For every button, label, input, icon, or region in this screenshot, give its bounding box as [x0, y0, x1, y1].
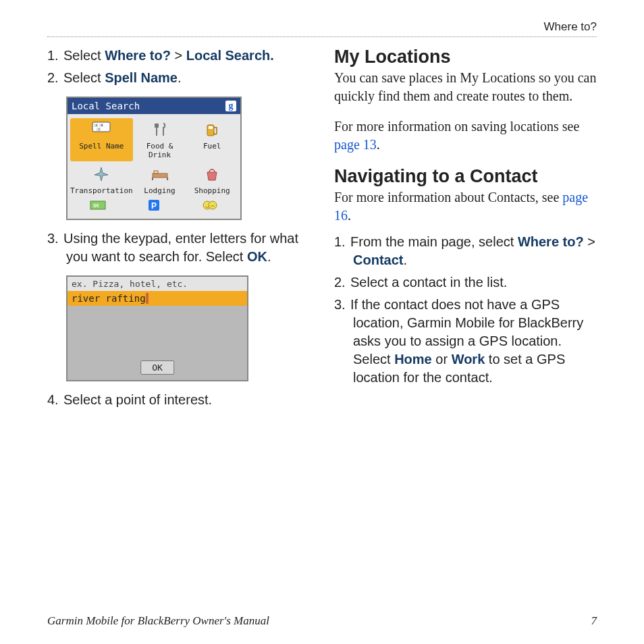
plane-icon [90, 165, 113, 183]
food-icon [149, 121, 171, 138]
nav-step-1: 1.From the main page, select Where to? >… [334, 233, 597, 269]
heading-nav-contact: Navigating to a Contact [334, 166, 597, 187]
parking-icon: P [142, 198, 165, 212]
step-3: 3.Using the keypad, enter letters for wh… [47, 230, 310, 266]
step-4: 4.Select a point of interest. [47, 391, 310, 409]
money-icon: $€ [86, 198, 109, 212]
grid-food-drink: Food & Drink [134, 118, 186, 161]
grid-spell-name: ABC Spell Name [70, 118, 133, 161]
p-more-info-13: For more information on saving locations… [334, 117, 597, 154]
svg-rect-8 [209, 126, 213, 129]
ok-button: OK [140, 360, 174, 375]
section-header: Where to? [47, 20, 597, 37]
nav-step-3: 3.If the contact does not have a GPS loc… [334, 296, 597, 387]
masks-icon [198, 198, 221, 212]
p-nav-contact-info: For more information about Contacts, see… [334, 188, 597, 225]
grid-money: $€ [70, 197, 125, 216]
figure-local-search: Local Search g ABC Spell Name Food & Dri… [66, 97, 310, 220]
bag-icon [200, 165, 223, 183]
grid-transportation: Transportation [70, 163, 133, 197]
grid-shopping: Shopping [186, 163, 238, 197]
grid-parking: P [126, 197, 181, 216]
fuel-icon [200, 121, 223, 138]
figure-text-input: ex. Pizza, hotel, etc. river rafting OK [66, 275, 310, 381]
input-hint: ex. Pizza, hotel, etc. [68, 277, 247, 291]
local-search-title: Local Search [72, 101, 140, 111]
bed-icon [149, 165, 171, 183]
footer-title: Garmin Mobile for BlackBerry Owner's Man… [47, 614, 269, 628]
svg-text:$€: $€ [93, 203, 99, 209]
left-column: 1.Select Where to? > Local Search. 2.Sel… [47, 47, 310, 413]
grid-fuel: Fuel [186, 118, 238, 161]
svg-rect-9 [153, 173, 167, 178]
nav-step-2: 2.Select a contact in the list. [334, 273, 597, 292]
grid-lodging: Lodging [134, 163, 186, 197]
p-my-locations: You can save places in My Locations so y… [334, 69, 597, 105]
input-value: river rafting [68, 291, 247, 306]
step-2: 2.Select Spell Name. [47, 69, 310, 87]
google-icon: g [225, 101, 236, 111]
grid-entertainment [183, 197, 238, 216]
heading-my-locations: My Locations [334, 47, 597, 68]
right-column: My Locations You can save places in My L… [334, 47, 597, 413]
page-footer: Garmin Mobile for BlackBerry Owner's Man… [47, 614, 597, 628]
abc-icon: ABC [90, 121, 113, 138]
footer-page-number: 7 [591, 614, 597, 628]
link-page-13[interactable]: page 13 [334, 137, 377, 152]
svg-rect-10 [154, 171, 158, 173]
step-1: 1.Select Where to? > Local Search. [47, 47, 310, 65]
svg-text:P: P [151, 201, 157, 211]
